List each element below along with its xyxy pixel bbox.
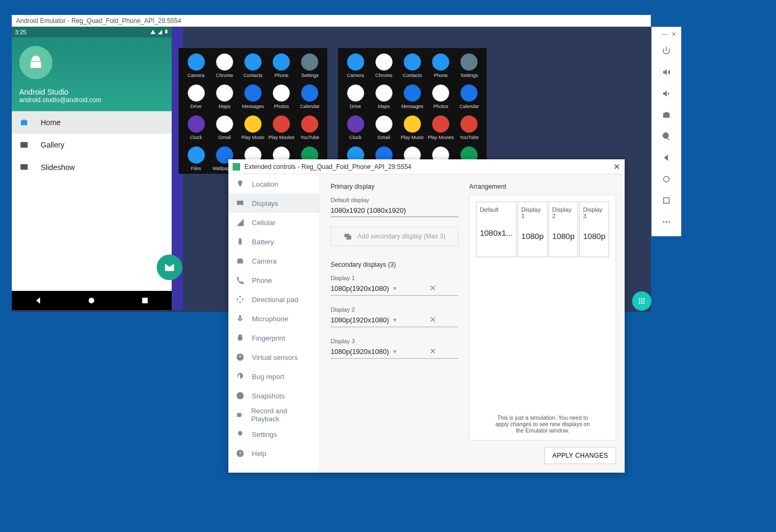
app-clock[interactable]: Clock: [183, 115, 210, 140]
app-drive[interactable]: Drive: [342, 84, 369, 109]
app-label: Photos: [433, 104, 448, 109]
svg-point-6: [639, 300, 641, 302]
app-calendar[interactable]: Calendar: [456, 84, 482, 109]
nav-icon: [236, 218, 244, 227]
secondary-display-dropdown[interactable]: 1080p(1920x1080)▼✕: [331, 281, 458, 296]
app-settings[interactable]: Settings: [296, 53, 323, 78]
nav-item-virtual-sensors[interactable]: Virtual sensors: [228, 348, 319, 367]
compose-fab[interactable]: [157, 255, 182, 280]
app-play-music[interactable]: Play Music: [240, 115, 266, 140]
app-play-movies[interactable]: Play Movies: [268, 115, 295, 140]
power-button[interactable]: [656, 40, 677, 61]
app-icon: [432, 53, 449, 71]
nav-overview-icon[interactable]: [140, 296, 150, 305]
app-maps[interactable]: Maps: [211, 84, 238, 109]
overview-button[interactable]: [656, 190, 677, 211]
nav-item-displays[interactable]: Displays: [228, 194, 319, 213]
volume-up-button[interactable]: [656, 61, 677, 83]
app-calendar[interactable]: Calendar: [296, 84, 323, 109]
tile-value: 1080p: [521, 219, 544, 252]
app-icon: [404, 53, 421, 71]
home-button[interactable]: [656, 168, 677, 190]
nav-item-help[interactable]: Help: [228, 444, 319, 463]
nav-item-directional-pad[interactable]: Directional pad: [228, 290, 319, 309]
nav-item-battery[interactable]: Battery: [228, 232, 319, 251]
app-messages[interactable]: Messages: [240, 84, 266, 109]
nav-back-icon[interactable]: [34, 296, 43, 305]
app-label: Camera: [347, 73, 364, 78]
nav-item-cellular[interactable]: Cellular: [228, 213, 319, 232]
app-photos[interactable]: Photos: [268, 84, 295, 109]
zoom-button[interactable]: [656, 126, 677, 147]
app-photos[interactable]: Photos: [427, 84, 454, 109]
app-label: Contacts: [403, 73, 422, 78]
app-phone[interactable]: Phone: [427, 53, 454, 78]
svg-point-11: [643, 303, 645, 304]
remove-display-button[interactable]: ✕: [424, 346, 458, 356]
app-contacts[interactable]: Contacts: [399, 53, 426, 78]
remove-display-button[interactable]: ✕: [424, 315, 458, 325]
nav-item-phone[interactable]: Phone: [228, 271, 319, 290]
nav-item-microphone[interactable]: Microphone: [228, 309, 319, 328]
app-label: YouTube: [460, 135, 479, 140]
volume-down-button[interactable]: [656, 83, 677, 104]
nav-item-fingerprint[interactable]: Fingerprint: [228, 328, 319, 348]
remove-display-button[interactable]: ✕: [424, 283, 458, 293]
app-phone[interactable]: Phone: [268, 53, 295, 78]
arrangement-tile[interactable]: Display 11080p: [518, 202, 548, 257]
nav-item-settings[interactable]: Settings: [228, 425, 319, 444]
nav-item-record-and-playback[interactable]: Record and Playback: [228, 405, 319, 425]
app-clock[interactable]: Clock: [342, 115, 369, 140]
close-button[interactable]: ✕: [671, 30, 677, 38]
app-drive[interactable]: Drive: [183, 84, 210, 109]
nav-label: Phone: [252, 276, 272, 284]
app-settings[interactable]: Settings: [456, 53, 482, 78]
app-chrome[interactable]: Chrome: [211, 53, 238, 78]
nav-item-camera[interactable]: Camera: [228, 251, 319, 271]
app-contacts[interactable]: Contacts: [240, 53, 266, 78]
drawer-item-home[interactable]: Home: [12, 111, 172, 134]
app-youtube[interactable]: YouTube: [296, 115, 323, 140]
app-files[interactable]: Files: [183, 147, 210, 171]
app-camera[interactable]: Camera: [342, 53, 369, 78]
minimize-button[interactable]: —: [662, 30, 668, 38]
dialog-close-button[interactable]: ✕: [613, 162, 620, 172]
gallery-icon: [19, 140, 29, 150]
drawer-item-gallery[interactable]: Gallery: [12, 134, 172, 156]
app-gmail[interactable]: Gmail: [371, 115, 397, 140]
app-messages[interactable]: Messages: [399, 84, 426, 109]
nav-item-bug-report[interactable]: Bug report: [228, 367, 319, 386]
svg-rect-0: [165, 30, 167, 34]
more-button[interactable]: [656, 211, 677, 233]
arrangement-tile[interactable]: Display 21080p: [549, 202, 579, 257]
app-chrome[interactable]: Chrome: [371, 53, 397, 78]
arrangement-tile[interactable]: Display 31080p: [579, 202, 609, 257]
secondary-display-dropdown[interactable]: 1080p(1920x1080)▼✕: [331, 313, 458, 327]
drawer-item-slideshow[interactable]: Slideshow: [12, 156, 172, 179]
apps-fab[interactable]: [632, 291, 651, 311]
default-display-value: 1080x1920 (1080x1920): [331, 203, 458, 217]
app-youtube[interactable]: YouTube: [456, 115, 482, 140]
app-label: Calendar: [300, 104, 320, 109]
status-clock: 3:25: [15, 29, 26, 35]
dialog-titlebar: Extended controls - Reg_Quad_Fold_Phone_…: [228, 159, 625, 174]
app-gmail[interactable]: Gmail: [211, 115, 238, 140]
nav-icon: [236, 411, 244, 419]
arrangement-tile[interactable]: Default1080x1...: [476, 202, 517, 257]
app-camera[interactable]: Camera: [183, 53, 210, 78]
nav-label: Cellular: [252, 219, 275, 227]
nav-home-icon[interactable]: [87, 296, 96, 305]
back-button[interactable]: [656, 147, 677, 168]
app-label: Drive: [350, 104, 361, 109]
app-play-movies[interactable]: Play Movies: [427, 115, 454, 140]
dialog-title: Extended controls - Reg_Quad_Fold_Phone_…: [244, 163, 411, 171]
nav-item-location[interactable]: Location: [228, 174, 319, 194]
secondary-display-dropdown[interactable]: 1080p(1920x1080)▼✕: [331, 344, 458, 359]
app-maps[interactable]: Maps: [371, 84, 397, 109]
apply-changes-button[interactable]: APPLY CHANGES: [544, 447, 616, 464]
app-play-music[interactable]: Play Music: [399, 115, 426, 140]
screenshot-button[interactable]: [656, 104, 677, 126]
app-icon: [273, 115, 290, 133]
nav-item-snapshots[interactable]: Snapshots: [228, 386, 319, 405]
app-icon: [188, 115, 205, 133]
